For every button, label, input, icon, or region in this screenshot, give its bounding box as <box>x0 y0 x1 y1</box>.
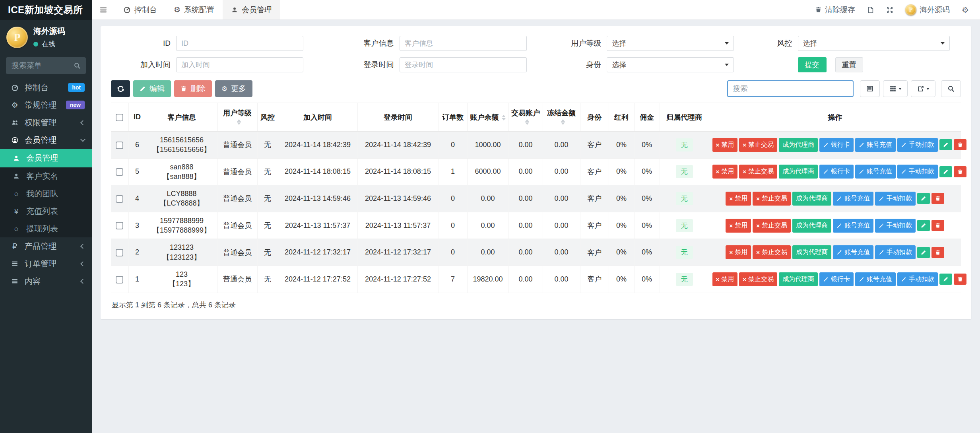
deduct-button[interactable]: 手动扣款 <box>897 272 938 286</box>
sidebar-item-订单管理[interactable]: 订单管理 <box>0 255 92 272</box>
login-time-input[interactable] <box>400 57 527 72</box>
deduct-button[interactable]: 手动扣款 <box>875 192 916 206</box>
tab-控制台[interactable]: 控制台 <box>115 0 165 19</box>
sidebar-subitem-提现列表[interactable]: ○ 提现列表 <box>0 220 92 237</box>
become-agent-button[interactable]: 成为代理商 <box>779 272 818 286</box>
sidebar-subitem-充值列表[interactable]: ¥ 充值列表 <box>0 202 92 220</box>
refresh-button[interactable] <box>111 80 130 97</box>
join-time-input[interactable] <box>176 57 303 72</box>
disable-button[interactable]: ×禁用 <box>726 245 751 259</box>
column-header-balance[interactable]: 账户余额 <box>467 103 508 132</box>
navbar-user[interactable]: P 海外源码 <box>905 4 950 16</box>
delete-row-button[interactable] <box>931 247 944 258</box>
sort-icon[interactable] <box>525 119 529 125</box>
hamburger-button[interactable] <box>92 0 115 19</box>
fullscreen-button[interactable] <box>886 6 893 14</box>
tab-系统配置[interactable]: ⚙系统配置 <box>165 0 223 19</box>
refresh-page-button[interactable] <box>867 6 874 14</box>
bank-card-button[interactable]: 银行卡 <box>819 165 854 179</box>
clear-cache-button[interactable]: 清除缓存 <box>815 5 855 15</box>
deduct-button[interactable]: 手动扣款 <box>875 219 916 233</box>
row-checkbox[interactable] <box>116 276 123 283</box>
delete-row-button[interactable] <box>954 139 966 150</box>
recharge-button[interactable]: 账号充值 <box>833 245 873 259</box>
forbid-trade-button[interactable]: ×禁止交易 <box>739 165 777 179</box>
forbid-trade-button[interactable]: ×禁止交易 <box>753 245 791 259</box>
recharge-button[interactable]: 账号充值 <box>833 219 873 233</box>
deduct-button[interactable]: 手动扣款 <box>875 245 916 259</box>
disable-button[interactable]: ×禁用 <box>712 138 738 152</box>
column-header-frozen[interactable]: 冻结金额 <box>543 103 580 132</box>
identity-select[interactable]: 选择 <box>607 57 734 72</box>
deduct-button[interactable]: 手动扣款 <box>897 165 938 179</box>
table-search-input[interactable] <box>727 80 854 97</box>
user-level-select[interactable]: 选择 <box>607 36 734 51</box>
row-checkbox[interactable] <box>116 249 123 256</box>
edit-row-button[interactable] <box>917 193 930 204</box>
bank-card-button[interactable]: 银行卡 <box>819 272 854 286</box>
disable-button[interactable]: ×禁用 <box>726 219 751 233</box>
row-checkbox[interactable] <box>116 142 123 149</box>
disable-button[interactable]: ×禁用 <box>712 165 738 179</box>
sidebar-item-内容[interactable]: 内容 <box>0 272 92 290</box>
reset-button[interactable]: 重置 <box>835 57 863 72</box>
sort-icon[interactable] <box>237 119 241 125</box>
edit-row-button[interactable] <box>917 220 930 231</box>
become-agent-button[interactable]: 成为代理商 <box>779 165 818 179</box>
edit-button[interactable]: 编辑 <box>133 80 171 97</box>
become-agent-button[interactable]: 成为代理商 <box>792 219 831 233</box>
delete-row-button[interactable] <box>931 193 944 204</box>
delete-row-button[interactable] <box>931 220 944 231</box>
edit-row-button[interactable] <box>939 166 952 177</box>
submit-button[interactable]: 提交 <box>798 57 827 72</box>
search-button[interactable] <box>941 80 961 97</box>
id-input[interactable] <box>176 36 303 51</box>
recharge-button[interactable]: 账号充值 <box>855 165 896 179</box>
delete-row-button[interactable] <box>954 166 966 177</box>
column-header-trade[interactable]: 交易账户 <box>508 103 543 132</box>
forbid-trade-button[interactable]: ×禁止交易 <box>753 192 791 206</box>
recharge-button[interactable]: 账号充值 <box>855 272 896 286</box>
forbid-trade-button[interactable]: ×禁止交易 <box>739 272 777 286</box>
become-agent-button[interactable]: 成为代理商 <box>779 138 818 152</box>
delete-row-button[interactable] <box>954 274 966 285</box>
column-header-level[interactable]: 用户等级 <box>217 103 257 132</box>
disable-button[interactable]: ×禁用 <box>712 272 738 286</box>
tab-会员管理[interactable]: 会员管理 <box>223 0 280 19</box>
settings-button[interactable]: ⚙ <box>962 6 969 14</box>
sidebar-item-权限管理[interactable]: 权限管理 <box>0 114 92 131</box>
customer-info-input[interactable] <box>400 36 527 51</box>
sidebar-item-控制台[interactable]: 控制台 hot <box>0 79 92 96</box>
ban-icon: × <box>729 196 733 202</box>
row-checkbox[interactable] <box>116 222 123 229</box>
become-agent-button[interactable]: 成为代理商 <box>792 192 831 206</box>
sort-icon[interactable] <box>502 115 506 120</box>
deduct-button[interactable]: 手动扣款 <box>897 138 938 152</box>
edit-row-button[interactable] <box>917 247 930 258</box>
sidebar-subitem-我的团队[interactable]: ○ 我的团队 <box>0 185 92 202</box>
disable-button[interactable]: ×禁用 <box>726 192 751 206</box>
forbid-trade-button[interactable]: ×禁止交易 <box>753 219 791 233</box>
bank-card-button[interactable]: 银行卡 <box>819 138 854 152</box>
sort-icon[interactable] <box>561 119 565 125</box>
delete-button[interactable]: 删除 <box>174 80 212 97</box>
sidebar-subitem-客户实名[interactable]: 客户实名 <box>0 167 92 185</box>
detail-view-button[interactable] <box>860 80 880 97</box>
sidebar-subitem-会员管理[interactable]: 会员管理 <box>0 149 92 167</box>
more-button[interactable]: ⚙ 更多 <box>215 80 252 97</box>
forbid-trade-button[interactable]: ×禁止交易 <box>739 138 777 152</box>
select-all-checkbox[interactable] <box>116 114 123 121</box>
sidebar-item-常规管理[interactable]: ⚙ 常规管理 new <box>0 96 92 114</box>
become-agent-button[interactable]: 成为代理商 <box>792 245 831 259</box>
export-button[interactable] <box>911 80 935 97</box>
recharge-button[interactable]: 账号充值 <box>855 138 896 152</box>
row-checkbox[interactable] <box>116 168 123 176</box>
sidebar-item-产品管理[interactable]: ₽ 产品管理 <box>0 237 92 255</box>
edit-row-button[interactable] <box>939 139 952 150</box>
recharge-button[interactable]: 账号充值 <box>833 192 873 206</box>
columns-button[interactable] <box>883 80 908 97</box>
edit-row-button[interactable] <box>939 274 952 285</box>
row-checkbox[interactable] <box>116 195 123 203</box>
risk-select[interactable]: 选择 <box>798 36 950 51</box>
sidebar-item-会员管理[interactable]: 会员管理 <box>0 131 92 149</box>
